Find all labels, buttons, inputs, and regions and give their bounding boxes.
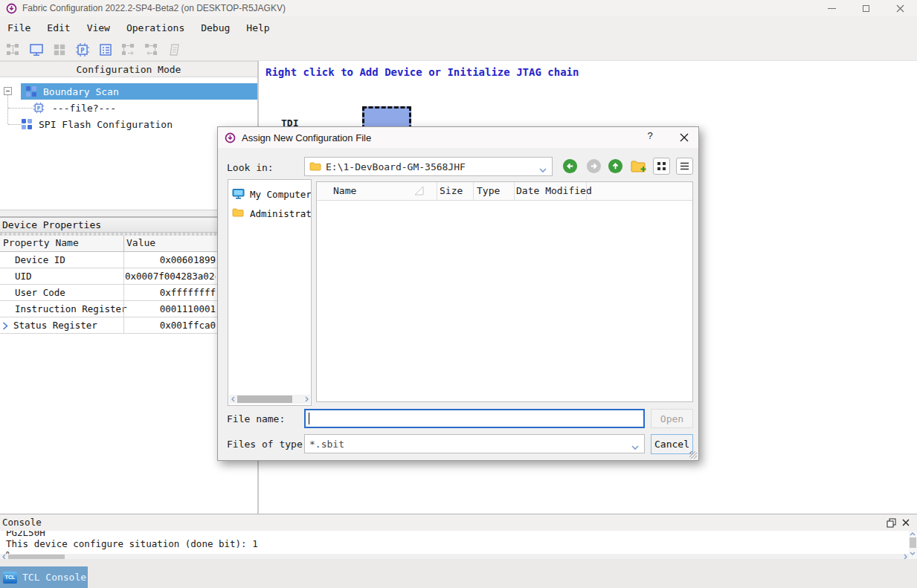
properties-list-icon <box>98 42 113 57</box>
column-size[interactable]: Size <box>440 185 463 196</box>
jtag-chain-icon <box>6 42 21 57</box>
my-computer-icon <box>232 188 245 200</box>
up-directory-button[interactable] <box>607 158 624 175</box>
tree-item-spi-flash[interactable]: SPI Flash Configuration <box>21 116 173 132</box>
properties-table-header: Property Name Value <box>0 236 217 252</box>
dialog-help-button[interactable]: ? <box>642 130 658 145</box>
column-property-name: Property Name <box>3 237 79 248</box>
jtag-chain-button[interactable] <box>3 40 24 59</box>
column-date-modified[interactable]: Date Modified <box>516 185 592 196</box>
tree-guide-line <box>7 95 8 124</box>
dialog-titlebar: Assign New Configuration File <box>218 127 698 148</box>
minimize-icon <box>828 8 836 9</box>
devices-button[interactable] <box>49 40 70 59</box>
files-of-type-combobox[interactable]: *.sbit <box>304 434 645 453</box>
maximize-button[interactable] <box>849 0 883 16</box>
tree-collapse-toggle[interactable] <box>4 87 12 95</box>
file-name-label: File name: <box>227 413 285 424</box>
place-administrator[interactable]: Administrator <box>228 204 311 222</box>
folder-icon <box>309 161 321 172</box>
forward-button[interactable] <box>585 158 602 175</box>
property-name: Status Register <box>13 320 97 331</box>
up-arrow-icon <box>608 158 623 174</box>
monitor-icon <box>29 42 44 57</box>
table-row[interactable]: User Code 0xffffffff <box>0 285 217 301</box>
menu-debug[interactable]: Debug <box>201 22 230 33</box>
property-name: Device ID <box>15 254 65 265</box>
back-button[interactable] <box>562 158 579 175</box>
menu-edit[interactable]: Edit <box>47 22 70 33</box>
scrollbar-thumb[interactable] <box>910 537 916 548</box>
property-name: User Code <box>15 287 65 298</box>
open-button[interactable]: Open <box>651 409 693 428</box>
table-row[interactable]: Status Register 0x001ffca0 <box>0 317 217 334</box>
table-row[interactable]: Device ID 0x00601899 <box>0 252 217 268</box>
chain-remove-icon <box>144 42 159 57</box>
property-name: UID <box>15 271 32 282</box>
tcl-icon: TCL <box>3 572 17 584</box>
icon-view-button[interactable] <box>653 158 670 175</box>
column-name[interactable]: Name <box>333 185 356 196</box>
scrollbar-thumb[interactable] <box>237 395 292 403</box>
menu-view[interactable]: View <box>87 22 110 33</box>
sidebar-horizontal-scrollbar[interactable] <box>229 395 310 404</box>
chip-program-icon: P <box>75 42 90 57</box>
resize-grip[interactable] <box>689 451 697 459</box>
console-close-button[interactable] <box>902 517 913 528</box>
new-folder-button[interactable] <box>630 158 647 175</box>
tree-item-boundary-scan[interactable]: Boundary Scan <box>21 83 257 100</box>
chevron-down-icon <box>631 442 639 453</box>
tab-tcl-console[interactable]: TCL TCL Console <box>0 566 88 588</box>
tree-item-label: SPI Flash Configuration <box>39 119 173 130</box>
file-list-body[interactable] <box>317 201 692 401</box>
console-vertical-scrollbar[interactable] <box>909 531 917 560</box>
file-name-input[interactable] <box>304 409 645 428</box>
file-list-header: Name Size Type Date Modified <box>317 182 692 201</box>
app-icon <box>225 132 236 143</box>
places-sidebar: My Computer Administrator <box>228 179 312 406</box>
scan-monitor-button[interactable] <box>26 40 47 59</box>
properties-button[interactable] <box>95 40 116 59</box>
icon-view-icon <box>657 161 666 171</box>
look-in-combobox[interactable]: E:\1-DevBoard-GM-3568JHF <box>304 157 553 176</box>
property-value: 0001110001 <box>125 303 216 314</box>
menu-help[interactable]: Help <box>246 22 269 33</box>
table-row[interactable]: Instruction Register 0001110001 <box>0 301 217 317</box>
scroll-up-icon[interactable] <box>909 531 916 537</box>
close-button[interactable] <box>883 0 917 16</box>
back-icon <box>562 158 578 174</box>
console-output: PG2L50H This device configure situation … <box>0 531 909 554</box>
console-panel: Console PG2L50H This device configure si… <box>0 514 917 559</box>
text-caret <box>309 413 309 424</box>
detail-view-button[interactable] <box>676 158 693 175</box>
chain-add-icon <box>121 42 136 57</box>
cancel-button[interactable]: Cancel <box>651 434 693 454</box>
property-name: Instruction Register <box>15 303 127 314</box>
scroll-left-icon[interactable] <box>229 396 237 402</box>
dialog-close-button[interactable] <box>675 130 694 145</box>
place-my-computer[interactable]: My Computer <box>228 185 311 203</box>
scroll-right-icon[interactable] <box>303 396 310 402</box>
property-value: 0x001ffca0 <box>125 320 216 331</box>
log-button[interactable] <box>164 40 185 59</box>
look-in-label: Look in: <box>227 162 274 173</box>
column-type[interactable]: Type <box>477 185 500 196</box>
detail-view-icon <box>680 161 689 171</box>
menu-file[interactable]: File <box>7 22 30 33</box>
minimize-button[interactable] <box>814 0 849 16</box>
table-row[interactable]: UID 0x0007f004283a02c2 <box>0 268 217 285</box>
titlebar: Fabric Configuration 2022.2-SP4-Beta2 (o… <box>0 0 917 16</box>
program-chip-button[interactable]: P <box>72 40 93 59</box>
files-of-type-label: Files of type: <box>227 439 309 450</box>
chain-add-button[interactable] <box>118 40 139 59</box>
jtag-hint-text: Right click to Add Device or Initialize … <box>266 66 579 78</box>
undock-icon <box>887 518 896 528</box>
scroll-down-icon[interactable] <box>909 550 916 556</box>
chain-remove-button[interactable] <box>141 40 162 59</box>
app-window: Fabric Configuration 2022.2-SP4-Beta2 (o… <box>0 0 917 588</box>
expand-chevron-icon[interactable] <box>2 321 8 332</box>
undock-button[interactable] <box>887 518 896 528</box>
log-icon <box>167 42 182 57</box>
tree-item-file[interactable]: P ---file?--- <box>33 100 116 116</box>
menu-operations[interactable]: Operations <box>126 22 184 33</box>
